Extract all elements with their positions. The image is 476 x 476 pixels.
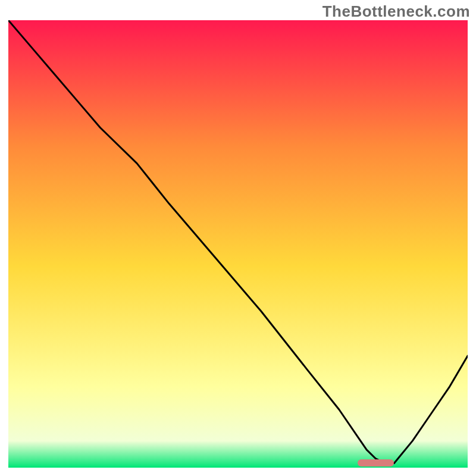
optimal-zone-marker xyxy=(358,459,394,466)
plot-area xyxy=(8,20,468,468)
chart-frame: TheBottleneck.com xyxy=(0,0,476,476)
watermark-text: TheBottleneck.com xyxy=(322,2,470,21)
chart-svg xyxy=(8,20,468,468)
gradient-background xyxy=(8,20,468,468)
